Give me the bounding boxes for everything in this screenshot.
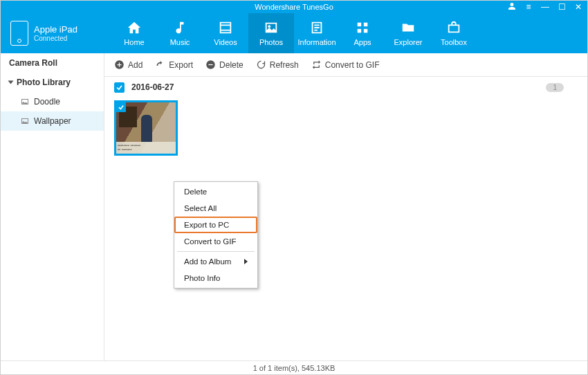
group-date: 2016-06-27 [131,82,174,92]
tab-information[interactable]: Information [294,13,340,53]
svg-rect-7 [208,64,212,65]
header: Apple iPad Connected Home Music Videos P… [1,13,587,53]
export-label: Export [169,60,193,70]
tab-videos-label: Videos [214,38,237,46]
context-delete[interactable]: Delete [174,183,257,200]
picture-icon [20,98,30,106]
user-icon[interactable] [507,2,517,12]
export-button[interactable]: Export [155,60,193,70]
svg-rect-4 [364,29,368,33]
delete-label: Delete [219,60,244,70]
maximize-button[interactable]: ☐ [557,2,567,12]
photo-caption: •••••••• ••••••••• ••••••• [116,142,176,154]
photo-thumbnail[interactable]: •••••••• ••••••••• ••••••• [114,100,178,156]
convert-gif-label: Convert to GIF [325,60,380,70]
minimize-button[interactable]: — [540,2,550,12]
sidebar: Camera Roll Photo Library Doodle Wallpap… [1,53,104,360]
tab-music[interactable]: Music [157,13,203,53]
delete-button[interactable]: Delete [205,60,244,70]
add-label: Add [128,60,143,70]
context-add-album[interactable]: Add to Album [174,253,257,270]
tab-photos[interactable]: Photos [248,13,294,53]
tab-videos[interactable]: Videos [203,13,248,53]
chevron-right-icon [244,259,248,264]
context-select-all[interactable]: Select All [174,200,257,217]
context-photo-info[interactable]: Photo Info [174,270,257,286]
convert-gif-button[interactable]: Convert to GIF [311,60,380,70]
tab-explorer[interactable]: Explorer [385,13,431,53]
tab-apps-label: Apps [353,38,371,46]
svg-rect-1 [358,23,362,27]
svg-rect-2 [364,23,368,27]
refresh-label: Refresh [270,60,299,70]
main-tabs: Home Music Videos Photos Information App… [111,13,477,53]
picture-icon [20,117,30,125]
svg-point-0 [268,25,270,28]
tab-home-label: Home [124,38,144,46]
menu-icon[interactable]: ≡ [524,2,533,12]
status-bar: 1 of 1 item(s), 545.13KB [1,360,587,374]
sidebar-doodle-label: Doodle [34,97,60,107]
tab-photos-label: Photos [259,38,283,46]
sidebar-photo-library[interactable]: Photo Library [1,73,104,92]
toolbar: Add Export Delete Refresh Convert to GIF [104,53,587,77]
group-count-badge: 1 [546,83,564,92]
context-convert-gif[interactable]: Convert to GIF [174,233,257,250]
status-text: 1 of 1 item(s), 545.13KB [253,364,336,372]
caret-down-icon [8,81,14,84]
context-separator [177,251,255,252]
sidebar-item-doodle[interactable]: Doodle [1,92,104,111]
title-bar: Wondershare TunesGo ≡ — ☐ ✕ [1,1,587,13]
svg-rect-3 [358,29,362,33]
add-button[interactable]: Add [114,60,143,70]
device-panel[interactable]: Apple iPad Connected [1,13,104,53]
tab-apps[interactable]: Apps [340,13,385,53]
tab-explorer-label: Explorer [394,38,423,46]
sidebar-wallpaper-label: Wallpaper [34,116,71,126]
group-header: 2016-06-27 1 [104,77,587,98]
tab-home[interactable]: Home [111,13,157,53]
tab-information-label: Information [297,38,336,46]
app-title: Wondershare TunesGo [255,3,333,11]
sidebar-camera-roll[interactable]: Camera Roll [1,53,104,73]
sidebar-item-wallpaper[interactable]: Wallpaper [1,111,104,131]
refresh-button[interactable]: Refresh [256,60,299,70]
tab-toolbox-label: Toolbox [441,38,467,46]
close-button[interactable]: ✕ [573,2,583,12]
tab-toolbox[interactable]: Toolbox [431,13,477,53]
context-menu: Delete Select All Export to PC Convert t… [174,181,258,289]
device-name: Apple iPad [34,24,77,35]
sidebar-photo-library-label: Photo Library [17,77,71,87]
device-icon [10,21,28,46]
context-export-pc[interactable]: Export to PC [174,217,257,233]
sidebar-camera-roll-label: Camera Roll [9,58,57,68]
device-status: Connected [34,35,77,42]
group-checkbox[interactable] [114,82,125,93]
tab-music-label: Music [170,38,190,46]
photo-checkbox[interactable] [116,102,126,112]
